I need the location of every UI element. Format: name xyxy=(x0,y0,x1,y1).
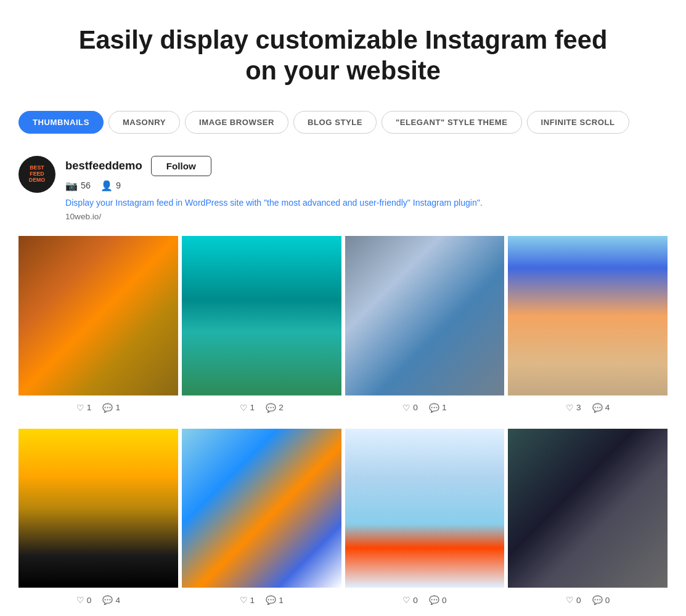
comments-6: 💬 1 xyxy=(266,595,284,605)
stats-row-1: ♡ 1 💬 1 ♡ 1 💬 2 ♡ xyxy=(18,399,668,416)
grid-image-7 xyxy=(345,429,505,588)
tab-image-browser[interactable]: IMAGE BROWSER xyxy=(185,111,288,134)
comments-8: 💬 0 xyxy=(592,595,610,605)
comment-icon-2: 💬 xyxy=(266,403,276,413)
item-stats-5: ♡ 0 💬 4 xyxy=(18,591,178,609)
comment-icon-4: 💬 xyxy=(592,403,603,413)
heart-icon-7: ♡ xyxy=(402,595,410,605)
heart-icon-3: ♡ xyxy=(402,403,410,413)
heart-icon-5: ♡ xyxy=(76,595,84,605)
grid-item-6[interactable] xyxy=(182,429,341,588)
grid-item-5[interactable] xyxy=(18,429,178,588)
grid-image-8 xyxy=(508,429,668,588)
comments-5: 💬 4 xyxy=(102,595,120,605)
comments-count-7: 0 xyxy=(442,596,447,605)
image-grid-row2 xyxy=(18,429,668,588)
grid-image-5 xyxy=(18,429,178,588)
comment-icon-5: 💬 xyxy=(102,595,113,605)
item-stats-6: ♡ 1 💬 1 xyxy=(182,591,341,609)
likes-6: ♡ 1 xyxy=(240,595,255,605)
heart-icon-2: ♡ xyxy=(240,403,248,413)
comments-count-3: 1 xyxy=(442,403,447,412)
grid-image-1 xyxy=(18,236,178,395)
comments-1: 💬 1 xyxy=(102,403,120,413)
comment-icon-7: 💬 xyxy=(429,595,439,605)
avatar-text: BESTFEEDDEMO xyxy=(29,165,45,183)
stats-row-2: ♡ 0 💬 4 ♡ 1 💬 1 ♡ xyxy=(18,591,668,609)
followers-stat: 👤 9 xyxy=(100,180,121,192)
grid-item-3[interactable] xyxy=(345,236,505,395)
comment-icon-8: 💬 xyxy=(592,595,603,605)
avatar: BESTFEEDDEMO xyxy=(18,156,55,193)
comments-count-1: 1 xyxy=(115,403,120,412)
tab-infinite-scroll[interactable]: INFINITE SCROLL xyxy=(527,111,629,134)
comments-2: 💬 2 xyxy=(266,403,284,413)
grid-image-6 xyxy=(182,429,341,588)
followers-count: 9 xyxy=(116,180,121,190)
comments-count-8: 0 xyxy=(605,596,610,605)
likes-count-3: 0 xyxy=(413,403,418,412)
comment-icon-1: 💬 xyxy=(102,403,113,413)
profile-link[interactable]: 10web.io/ xyxy=(65,212,668,221)
likes-count-8: 0 xyxy=(576,596,581,605)
image-grid-section-2: ♡ 0 💬 4 ♡ 1 💬 1 ♡ xyxy=(18,429,668,609)
comments-count-5: 4 xyxy=(115,596,120,605)
profile-info: bestfeeddemo Follow 📷 56 👤 9 Display you… xyxy=(65,156,668,221)
grid-image-4 xyxy=(508,236,668,395)
comments-count-2: 2 xyxy=(279,403,284,412)
tabs-row: THUMBNAILS MASONRY IMAGE BROWSER BLOG ST… xyxy=(18,111,668,134)
likes-2: ♡ 1 xyxy=(240,403,255,413)
tab-thumbnails[interactable]: THUMBNAILS xyxy=(18,111,104,134)
profile-section: BESTFEEDDEMO bestfeeddemo Follow 📷 56 👤 … xyxy=(18,156,668,221)
heart-icon-6: ♡ xyxy=(240,595,248,605)
heart-icon-8: ♡ xyxy=(566,595,574,605)
likes-count-5: 0 xyxy=(87,596,92,605)
likes-count-4: 3 xyxy=(576,403,581,412)
comments-4: 💬 4 xyxy=(592,403,610,413)
item-stats-4: ♡ 3 💬 4 xyxy=(508,399,668,416)
comments-count-4: 4 xyxy=(605,403,610,412)
grid-item-2[interactable] xyxy=(182,236,341,395)
image-grid-row1 xyxy=(18,236,668,395)
profile-stats: 📷 56 👤 9 xyxy=(65,180,668,192)
tab-elegant-style[interactable]: "ELEGANT" STYLE THEME xyxy=(382,111,522,134)
grid-item-1[interactable] xyxy=(18,236,178,395)
comments-3: 💬 1 xyxy=(429,403,447,413)
comments-7: 💬 0 xyxy=(429,595,447,605)
photos-stat: 📷 56 xyxy=(65,180,91,192)
likes-3: ♡ 0 xyxy=(402,403,418,413)
camera-icon: 📷 xyxy=(65,180,78,192)
page-wrapper: Easily display customizable Instagram fe… xyxy=(0,0,686,616)
comment-icon-3: 💬 xyxy=(429,403,439,413)
heart-icon-4: ♡ xyxy=(566,403,574,413)
photos-count: 56 xyxy=(81,180,91,190)
grid-image-2 xyxy=(182,236,341,395)
item-stats-2: ♡ 1 💬 2 xyxy=(182,399,341,416)
likes-4: ♡ 3 xyxy=(566,403,581,413)
item-stats-8: ♡ 0 💬 0 xyxy=(508,591,668,609)
grid-item-8[interactable] xyxy=(508,429,668,588)
tab-blog-style[interactable]: BLOG STYLE xyxy=(293,111,377,134)
likes-count-7: 0 xyxy=(413,596,418,605)
likes-1: ♡ 1 xyxy=(76,403,92,413)
likes-7: ♡ 0 xyxy=(402,595,418,605)
follow-button[interactable]: Follow xyxy=(151,156,211,176)
comment-icon-6: 💬 xyxy=(266,595,276,605)
profile-username: bestfeeddemo xyxy=(65,159,142,172)
grid-item-4[interactable] xyxy=(508,236,668,395)
grid-item-7[interactable] xyxy=(345,429,505,588)
grid-image-3 xyxy=(345,236,505,395)
item-stats-7: ♡ 0 💬 0 xyxy=(345,591,505,609)
image-grid-section-1: ♡ 1 💬 1 ♡ 1 💬 2 ♡ xyxy=(18,236,668,416)
profile-bio: Display your Instagram feed in WordPress… xyxy=(65,197,668,209)
hero-title: Easily display customizable Instagram fe… xyxy=(18,25,668,86)
likes-count-1: 1 xyxy=(87,403,92,412)
person-icon: 👤 xyxy=(100,180,113,192)
comments-count-6: 1 xyxy=(279,596,284,605)
likes-count-6: 1 xyxy=(250,596,255,605)
tab-masonry[interactable]: MASONRY xyxy=(108,111,180,134)
item-stats-3: ♡ 0 💬 1 xyxy=(345,399,505,416)
likes-5: ♡ 0 xyxy=(76,595,92,605)
likes-8: ♡ 0 xyxy=(566,595,581,605)
item-stats-1: ♡ 1 💬 1 xyxy=(18,399,178,416)
